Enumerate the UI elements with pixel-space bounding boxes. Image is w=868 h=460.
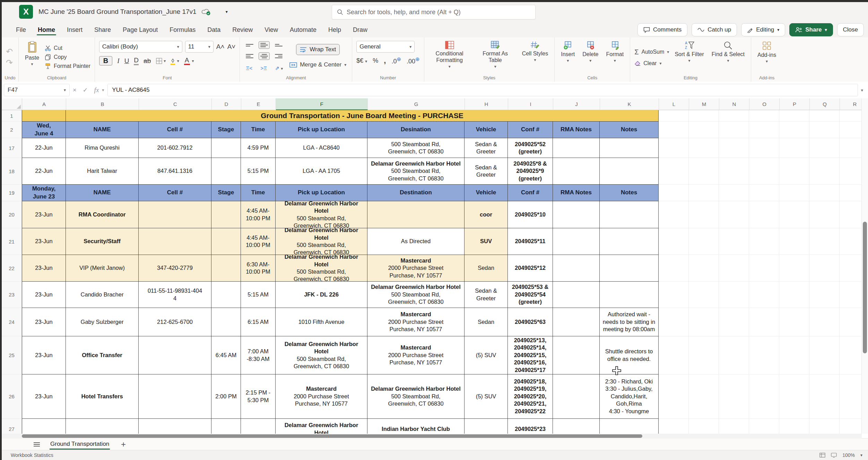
- cell-B25[interactable]: Office Transfer: [66, 336, 139, 374]
- cell-G22[interactable]: Mastercard2000 Purchase StreetPurchase, …: [367, 255, 465, 282]
- cell-G2[interactable]: Desination: [367, 122, 465, 138]
- cell-A18[interactable]: 22-Jun: [22, 158, 66, 185]
- cell-K2[interactable]: Notes: [600, 122, 659, 138]
- cell-G19[interactable]: Destination: [367, 185, 465, 201]
- cell-J25[interactable]: [553, 336, 600, 374]
- cell-D21[interactable]: [211, 228, 241, 255]
- format-painter-button[interactable]: Format Painter: [45, 63, 90, 69]
- search-input[interactable]: Search for tools, help, and more (Alt + …: [332, 5, 536, 19]
- cell-H19[interactable]: Vehicle: [465, 185, 508, 201]
- expand-formula-bar-icon[interactable]: ▾: [861, 88, 863, 92]
- cancel-entry-icon[interactable]: ×: [73, 87, 77, 94]
- cell-K20[interactable]: [600, 201, 659, 228]
- excel-app-icon[interactable]: X: [19, 5, 33, 19]
- cell-C26[interactable]: [139, 374, 211, 419]
- share-button[interactable]: Share▾: [789, 23, 833, 36]
- cell-E24[interactable]: 6:15 AM: [241, 308, 276, 336]
- tab-data[interactable]: Data: [201, 23, 226, 36]
- cell-G17[interactable]: 500 Steamboat Rd,Greenwich, CT 06830: [367, 138, 465, 158]
- cell-D17[interactable]: [211, 138, 241, 158]
- cell-H25[interactable]: (5) SUV: [465, 336, 508, 374]
- cell-E21[interactable]: 4:45 AM-10:00 PM: [241, 228, 276, 255]
- cell-K24[interactable]: Authorized wait -needs to be sitting inm…: [600, 308, 659, 336]
- cell-K23[interactable]: [600, 282, 659, 308]
- empty-cells-region[interactable]: [659, 158, 868, 185]
- cell-K26[interactable]: 2:30 - Richard, Oki3:30 - Julius,Gaby,Ca…: [600, 374, 659, 419]
- column-header-G[interactable]: G: [368, 98, 465, 110]
- cell-J23[interactable]: [553, 282, 600, 308]
- vertical-scrollbar-thumb[interactable]: [863, 222, 867, 353]
- double-underline-button[interactable]: D: [134, 56, 139, 65]
- column-header-I[interactable]: I: [508, 98, 553, 110]
- cell-J26[interactable]: [553, 374, 600, 419]
- cell-I2[interactable]: Conf #: [508, 122, 553, 138]
- autosum-button[interactable]: Σ AutoSum▾: [634, 48, 669, 56]
- empty-cells-region[interactable]: [659, 255, 868, 282]
- cell-A26[interactable]: 23-Jun: [22, 374, 66, 419]
- cell-D24[interactable]: [211, 308, 241, 336]
- cell-C24[interactable]: 212-625-6700: [139, 308, 211, 336]
- bottom-align-button[interactable]: [273, 42, 285, 48]
- row-header-19[interactable]: 19: [2, 185, 22, 201]
- column-header-H[interactable]: H: [465, 98, 508, 110]
- top-align-button[interactable]: [244, 42, 255, 48]
- cell-E18[interactable]: 5:15 PM: [241, 158, 276, 185]
- cell-A27[interactable]: [22, 419, 66, 434]
- cell-H22[interactable]: Sedan: [465, 255, 508, 282]
- cell-C20[interactable]: [139, 201, 211, 228]
- close-button[interactable]: Close: [837, 23, 864, 36]
- paste-dropdown-icon[interactable]: ▾: [31, 62, 33, 66]
- fx-dropdown-icon[interactable]: ▾: [102, 88, 104, 92]
- cell-A24[interactable]: 23-Jun: [22, 308, 66, 336]
- cell-G27[interactable]: Indian Harbor Yacht Club: [367, 419, 465, 434]
- cell-E23[interactable]: 5:15 AM: [241, 282, 276, 308]
- cell-I24[interactable]: 2049025*63: [508, 308, 553, 336]
- format-as-table-button[interactable]: Format As Table ▾: [474, 41, 517, 73]
- conditional-formatting-button[interactable]: Conditional Formatting ▾: [428, 41, 471, 73]
- column-header-E[interactable]: E: [241, 98, 276, 110]
- cell-E2[interactable]: Time: [241, 122, 276, 138]
- cell-J18[interactable]: [553, 158, 600, 185]
- cell-D2[interactable]: Stage: [211, 122, 241, 138]
- currency-format-button[interactable]: $€ ▾: [356, 57, 367, 64]
- cell-H17[interactable]: Sedan &Greeter: [465, 138, 508, 158]
- decrease-font-size-icon[interactable]: A˅: [227, 43, 236, 51]
- merge-center-button[interactable]: Merge & Center▾: [288, 59, 348, 70]
- name-box[interactable]: F47▾: [4, 84, 70, 96]
- cell-F23[interactable]: JFK - DL 226: [276, 282, 367, 308]
- cell-B22[interactable]: VIP (Merit Janow): [66, 255, 139, 282]
- copy-button[interactable]: Copy: [45, 54, 90, 60]
- cell-G26[interactable]: Delamar Greenwich Harbor Hotel500 Steamb…: [367, 374, 465, 419]
- cell-B20[interactable]: RMA Coordinator: [66, 201, 139, 228]
- cell-D23[interactable]: [211, 282, 241, 308]
- cell-C22[interactable]: 347-420-2779: [139, 255, 211, 282]
- row-header-26[interactable]: 26: [2, 374, 22, 419]
- cell-C19[interactable]: Cell #: [139, 185, 211, 201]
- row-header-18[interactable]: 18: [2, 158, 22, 185]
- display-settings-icon[interactable]: [831, 453, 837, 458]
- cell-G23[interactable]: Delamar Greenwich Harbor Hotel500 Steamb…: [367, 282, 465, 308]
- cell-D27[interactable]: [211, 419, 241, 434]
- column-header-M[interactable]: M: [689, 98, 719, 110]
- delete-cells-button[interactable]: Delete ▾: [580, 41, 600, 73]
- cell-A22[interactable]: 23-Jun: [22, 255, 66, 282]
- cell-C17[interactable]: 201-602.7912: [139, 138, 211, 158]
- borders-button[interactable]: ▾: [156, 57, 166, 64]
- workbook-statistics-button[interactable]: Workbook Statistics: [11, 452, 53, 458]
- cell-K27[interactable]: [600, 419, 659, 434]
- row-header-21[interactable]: 21: [2, 228, 22, 255]
- cell-B26[interactable]: Hotel Transfers: [66, 374, 139, 419]
- cell-E27[interactable]: [241, 419, 276, 434]
- confirm-entry-icon[interactable]: ✓: [83, 86, 88, 94]
- insert-function-icon[interactable]: fx: [94, 86, 99, 94]
- cell-B24[interactable]: Gaby Sulzberger: [66, 308, 139, 336]
- cell-F21[interactable]: Delamar Greenwich Harbor Hotel500 Steamb…: [276, 228, 367, 255]
- document-title[interactable]: MC June '25 Board Ground Transportation_…: [38, 8, 197, 16]
- percent-format-button[interactable]: %: [373, 57, 378, 64]
- cell-G24[interactable]: Mastercard2000 Purchase StreetPurchase, …: [367, 308, 465, 336]
- row-header-27[interactable]: 27: [2, 419, 22, 434]
- cell-A19[interactable]: Monday,June 23: [22, 185, 66, 201]
- cell-K22[interactable]: [600, 255, 659, 282]
- redo-icon[interactable]: ↷: [6, 59, 13, 67]
- increase-indent-button[interactable]: ˃Ξ: [259, 63, 270, 73]
